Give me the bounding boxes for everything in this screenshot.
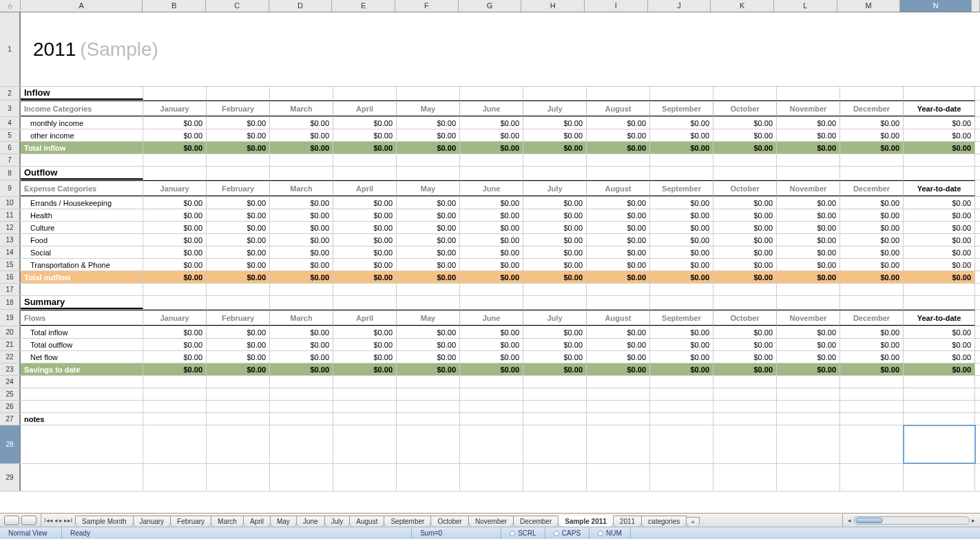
row-header[interactable]: 7 xyxy=(0,154,21,166)
month-header[interactable]: May xyxy=(397,310,460,326)
cell[interactable]: $0.00 xyxy=(143,339,207,350)
month-header[interactable]: November xyxy=(777,180,840,196)
cell[interactable] xyxy=(270,401,333,412)
cell[interactable]: $0.00 xyxy=(333,259,397,271)
cell[interactable] xyxy=(650,376,713,388)
cell[interactable]: $0.00 xyxy=(713,326,777,338)
cell[interactable] xyxy=(904,87,975,100)
row-header[interactable]: 13 xyxy=(0,234,21,246)
month-header[interactable]: December xyxy=(840,310,904,326)
cell[interactable]: $0.00 xyxy=(840,363,904,375)
cell[interactable]: $0.00 xyxy=(777,246,840,258)
cell[interactable]: $0.00 xyxy=(397,271,460,283)
cell[interactable]: $0.00 xyxy=(397,246,460,258)
row-header[interactable]: 19 xyxy=(0,310,21,326)
cell[interactable]: $0.00 xyxy=(333,326,397,338)
cell[interactable] xyxy=(460,464,523,491)
month-header[interactable]: August xyxy=(587,180,650,196)
month-header[interactable]: March xyxy=(270,180,333,196)
cell[interactable] xyxy=(523,464,587,491)
month-header[interactable]: April xyxy=(333,180,397,196)
month-header[interactable]: September xyxy=(650,310,713,326)
cell[interactable]: $0.00 xyxy=(777,363,840,375)
cell[interactable]: $0.00 xyxy=(270,129,333,141)
cell[interactable]: $0.00 xyxy=(840,129,904,141)
cell[interactable] xyxy=(587,401,650,412)
cell[interactable]: $0.00 xyxy=(333,351,397,363)
row-header[interactable]: 27 xyxy=(0,413,21,425)
sheet-tab[interactable]: December xyxy=(513,516,559,527)
cell[interactable] xyxy=(523,413,587,425)
sheet-tab[interactable]: August xyxy=(349,516,384,527)
cell[interactable] xyxy=(333,167,397,180)
cell[interactable]: $0.00 xyxy=(650,117,713,129)
month-header[interactable]: September xyxy=(650,101,713,116)
cell[interactable]: $0.00 xyxy=(523,197,587,209)
cell[interactable] xyxy=(333,425,397,463)
expense-row[interactable]: Food xyxy=(21,234,143,246)
cell[interactable] xyxy=(777,87,840,100)
col-header-H[interactable]: H xyxy=(521,0,585,12)
cell[interactable]: $0.00 xyxy=(523,271,587,283)
month-header[interactable]: July xyxy=(523,310,587,326)
cell[interactable] xyxy=(523,376,587,388)
cell[interactable]: $0.00 xyxy=(270,234,333,246)
cell[interactable]: $0.00 xyxy=(523,209,587,221)
cell[interactable] xyxy=(840,401,904,412)
cell[interactable] xyxy=(207,154,270,166)
cell[interactable] xyxy=(840,388,904,400)
col-header-C[interactable]: C xyxy=(206,0,269,12)
month-header[interactable]: January xyxy=(143,310,207,326)
cell[interactable] xyxy=(397,167,460,180)
scroll-right-icon[interactable]: ▸ xyxy=(970,517,977,524)
cell[interactable] xyxy=(587,284,650,295)
cell[interactable]: $0.00 xyxy=(270,142,333,154)
month-header[interactable]: December xyxy=(840,101,904,116)
section-summary[interactable]: Summary xyxy=(21,296,143,309)
cell[interactable] xyxy=(904,376,975,388)
cell[interactable]: $0.00 xyxy=(460,246,523,258)
cell[interactable]: $0.00 xyxy=(207,234,270,246)
row-header[interactable]: 12 xyxy=(0,222,21,233)
sheet-tab[interactable]: July xyxy=(324,516,351,527)
cell[interactable]: $0.00 xyxy=(587,351,650,363)
cell[interactable]: $0.00 xyxy=(333,234,397,246)
cell[interactable] xyxy=(460,284,523,295)
cell[interactable]: $0.00 xyxy=(650,339,713,350)
cell[interactable]: $0.00 xyxy=(587,326,650,338)
cell[interactable] xyxy=(713,154,777,166)
cell[interactable]: $0.00 xyxy=(207,117,270,129)
cell[interactable]: $0.00 xyxy=(523,222,587,233)
cell[interactable] xyxy=(587,296,650,309)
scroll-thumb[interactable] xyxy=(855,518,883,523)
month-header[interactable]: June xyxy=(460,310,523,326)
cell[interactable] xyxy=(143,413,207,425)
page-view-button[interactable] xyxy=(21,516,37,525)
cell[interactable]: $0.00 xyxy=(777,129,840,141)
cell[interactable]: $0.00 xyxy=(143,246,207,258)
cell[interactable]: $0.00 xyxy=(713,363,777,375)
month-header[interactable]: June xyxy=(460,180,523,196)
cell[interactable]: $0.00 xyxy=(650,363,713,375)
cell[interactable] xyxy=(713,376,777,388)
cell[interactable] xyxy=(460,376,523,388)
cell[interactable] xyxy=(333,376,397,388)
cell[interactable] xyxy=(270,464,333,491)
cell[interactable]: $0.00 xyxy=(460,129,523,141)
cell[interactable] xyxy=(207,167,270,180)
cell[interactable]: $0.00 xyxy=(840,197,904,209)
cat-monthly-income[interactable]: monthly income xyxy=(21,117,143,129)
month-header[interactable]: June xyxy=(460,101,523,116)
cell[interactable]: $0.00 xyxy=(143,129,207,141)
cell[interactable]: $0.00 xyxy=(207,326,270,338)
row-header[interactable]: 14 xyxy=(0,246,21,258)
cell[interactable] xyxy=(207,388,270,400)
cell[interactable] xyxy=(143,284,207,295)
cell[interactable]: $0.00 xyxy=(840,271,904,283)
month-header[interactable]: October xyxy=(713,310,777,326)
cell[interactable] xyxy=(587,376,650,388)
cell[interactable]: $0.00 xyxy=(713,142,777,154)
cell[interactable]: $0.00 xyxy=(523,129,587,141)
cell[interactable] xyxy=(777,296,840,309)
cell[interactable]: $0.00 xyxy=(397,339,460,350)
